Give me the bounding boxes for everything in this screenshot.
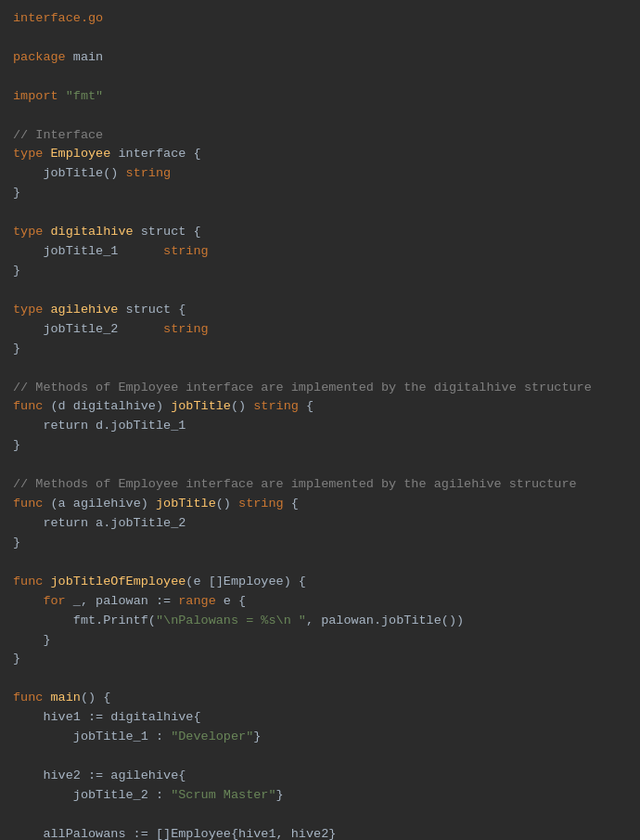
- token-normal: {: [299, 399, 314, 413]
- token-keyword: for: [43, 594, 65, 608]
- token-normal: hive2 := agilehive{: [13, 769, 186, 782]
- token-normal: jobTitle_2: [13, 322, 163, 336]
- token-normal: (e []Employee) {: [186, 575, 306, 588]
- token-normal: }: [13, 186, 20, 200]
- code-line: // Interface: [13, 126, 627, 146]
- token-normal: fmt.Printf(: [13, 614, 156, 627]
- token-string: "Scrum Master": [171, 788, 275, 802]
- token-type-name: agilehive: [51, 303, 119, 317]
- token-keyword: range: [178, 594, 216, 608]
- token-comment: // Methods of Employee interface are imp…: [13, 477, 577, 491]
- token-keyword: string: [163, 244, 209, 258]
- token-normal: allPalowans := []Employee{hive1, hive2}: [13, 827, 336, 840]
- code-line: return d.jobTitle_1: [13, 417, 627, 436]
- blank-line: [13, 107, 627, 126]
- code-line: jobTitle_1 : "Developer"}: [13, 728, 627, 747]
- token-normal: {: [284, 497, 299, 510]
- token-normal: () {: [81, 691, 110, 704]
- code-line: type Employee interface {: [13, 145, 627, 164]
- blank-line: [13, 68, 627, 87]
- token-string: "\nPalowans = %s\n ": [156, 614, 306, 627]
- token-keyword: import: [13, 89, 66, 103]
- token-normal: (d digitalhive): [51, 399, 172, 413]
- code-line: func main() {: [13, 689, 627, 708]
- token-normal: }: [13, 264, 20, 278]
- token-keyword: func: [13, 575, 51, 588]
- code-line: jobTitle_2 : "Scrum Master"}: [13, 786, 627, 806]
- token-normal: jobTitle(): [13, 166, 126, 180]
- token-normal: struct {: [134, 225, 201, 239]
- token-normal: jobTitle_2 :: [13, 788, 171, 802]
- code-line: hive1 := digitalhive{: [13, 708, 627, 728]
- token-filename: interface.go: [13, 11, 103, 25]
- code-line: func (a agilehive) jobTitle() string {: [13, 495, 627, 514]
- token-normal: jobTitle_1 :: [13, 730, 171, 743]
- token-normal: }: [253, 730, 261, 743]
- token-keyword: string: [253, 399, 299, 413]
- token-func-name: jobTitleOfEmployee: [51, 575, 186, 588]
- token-normal: _, palowan :=: [66, 594, 179, 608]
- code-line: jobTitle() string: [13, 164, 627, 184]
- token-keyword: string: [126, 166, 172, 180]
- token-normal: [13, 594, 43, 608]
- token-keyword: package: [13, 50, 73, 64]
- token-normal: }: [13, 342, 20, 355]
- token-type-name: Employee: [51, 147, 111, 161]
- code-line: import "fmt": [13, 87, 627, 107]
- code-line: }: [13, 436, 627, 456]
- blank-line: [13, 359, 627, 379]
- token-normal: }: [13, 652, 20, 666]
- code-line: fmt.Printf("\nPalowans = %s\n ", palowan…: [13, 612, 627, 631]
- token-keyword: func: [13, 497, 51, 510]
- token-normal: return a.jobTitle_2: [13, 516, 186, 530]
- token-normal: hive1 := digitalhive{: [13, 710, 201, 724]
- token-comment: // Interface: [13, 128, 103, 142]
- token-keyword: string: [163, 322, 209, 336]
- code-line: }: [13, 534, 627, 553]
- token-keyword: type: [13, 147, 51, 161]
- code-line: type agilehive struct {: [13, 301, 627, 320]
- blank-line: [13, 456, 627, 475]
- code-line: package main: [13, 48, 627, 68]
- token-keyword: func: [13, 691, 51, 704]
- token-func-name: main: [51, 691, 81, 704]
- code-line: interface.go: [13, 9, 627, 29]
- token-normal: (a agilehive): [51, 497, 156, 510]
- code-line: return a.jobTitle_2: [13, 514, 627, 534]
- code-line: type digitalhive struct {: [13, 223, 627, 242]
- blank-line: [13, 553, 627, 573]
- token-comment: // Methods of Employee interface are imp…: [13, 381, 592, 394]
- code-line: allPalowans := []Employee{hive1, hive2}: [13, 825, 627, 840]
- token-normal: e {: [216, 594, 246, 608]
- code-line: }: [13, 650, 627, 669]
- code-editor: interface.gopackage mainimport "fmt"// I…: [13, 9, 627, 840]
- token-normal: (): [216, 497, 238, 510]
- code-line: for _, palowan := range e {: [13, 592, 627, 612]
- code-line: hive2 := agilehive{: [13, 767, 627, 786]
- token-normal: }: [13, 633, 51, 647]
- token-normal: struct {: [118, 303, 186, 317]
- code-line: jobTitle_2 string: [13, 320, 627, 340]
- token-func-name: jobTitle: [171, 399, 231, 413]
- token-normal: main: [73, 50, 103, 64]
- token-keyword: type: [13, 225, 51, 239]
- token-func-name: jobTitle: [156, 497, 216, 510]
- token-normal: , palowan.jobTitle()): [306, 614, 464, 627]
- token-normal: jobTitle_1: [13, 244, 163, 258]
- blank-line: [13, 747, 627, 767]
- code-line: jobTitle_1 string: [13, 242, 627, 262]
- code-line: }: [13, 340, 627, 359]
- blank-line: [13, 281, 627, 301]
- blank-line: [13, 669, 627, 689]
- token-normal: interface {: [110, 147, 200, 161]
- token-string: "Developer": [171, 730, 253, 743]
- token-normal: }: [13, 438, 20, 452]
- blank-line: [13, 29, 627, 48]
- token-keyword: type: [13, 303, 51, 317]
- token-normal: }: [13, 536, 20, 549]
- token-normal: }: [276, 788, 284, 802]
- code-line: // Methods of Employee interface are imp…: [13, 475, 627, 495]
- code-line: func jobTitleOfEmployee(e []Employee) {: [13, 573, 627, 592]
- token-string: "fmt": [66, 89, 104, 103]
- code-line: }: [13, 262, 627, 281]
